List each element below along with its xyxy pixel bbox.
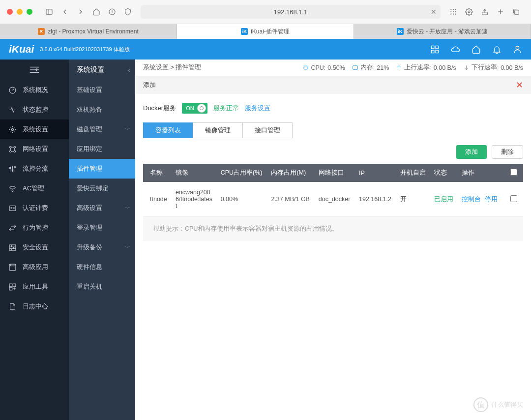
shield-icon[interactable]: [122, 6, 134, 18]
new-tab-icon[interactable]: [495, 6, 506, 18]
sidebar-item-wifi[interactable]: AC管理: [0, 179, 69, 198]
cell-ip: 192.168.1.2: [355, 182, 396, 217]
sidebar2-item[interactable]: 基础设置: [69, 80, 135, 100]
firewall-icon: [8, 243, 17, 252]
share-icon[interactable]: [479, 6, 491, 18]
pulse-icon: [8, 105, 17, 114]
docker-toggle[interactable]: ON: [182, 103, 207, 114]
window-controls[interactable]: [7, 9, 32, 15]
sidebar-item-swap[interactable]: 行为管控: [0, 218, 69, 238]
sidebar-item-sliders[interactable]: 流控分流: [0, 159, 69, 179]
delete-button[interactable]: 删除: [492, 145, 523, 159]
address-bar[interactable]: 192.168.1.1 ✕: [141, 5, 441, 19]
sidebar2-item-label: 双机热备: [77, 105, 102, 114]
sidebar-item-label: 安全设置: [23, 243, 48, 252]
sidebar-item-card[interactable]: 认证计费: [0, 198, 69, 218]
sidebar2-item[interactable]: 硬件信息: [69, 257, 135, 277]
sidebar2-item[interactable]: 插件管理: [69, 159, 135, 179]
sidebar2-item[interactable]: 磁盘管理﹀: [69, 120, 135, 139]
apps-icon[interactable]: [447, 6, 459, 18]
disable-link[interactable]: 停用: [485, 196, 498, 203]
sidebar-item-log[interactable]: 日志中心: [0, 297, 69, 316]
console-link[interactable]: 控制台: [462, 196, 481, 203]
collapse-menu-icon[interactable]: [0, 60, 69, 80]
watermark: 值 什么值得买: [473, 397, 523, 412]
sidebar2-item[interactable]: 登录管理: [69, 218, 135, 238]
svg-rect-17: [431, 46, 434, 49]
service-settings-link[interactable]: 服务设置: [245, 104, 270, 113]
browser-tab[interactable]: ✕zlgt - Proxmox Virtual Environment: [0, 24, 177, 39]
tab-label: 爱快云 - 开放应用 - 游戏云加速: [407, 28, 488, 36]
stat-memory: 内存: 21%: [352, 63, 389, 72]
clear-icon[interactable]: ✕: [431, 8, 437, 16]
row-checkbox[interactable]: [510, 195, 517, 202]
sidebar-item-pulse[interactable]: 状态监控: [0, 100, 69, 120]
sidebar-item-network[interactable]: 网络设置: [0, 139, 69, 159]
svg-point-8: [455, 11, 456, 12]
browser-tab[interactable]: iKiKuai-插件管理: [177, 24, 354, 39]
forward-icon[interactable]: [75, 6, 87, 18]
table-header: 镜像: [172, 164, 217, 182]
user-icon[interactable]: [512, 44, 522, 54]
svg-rect-19: [431, 50, 434, 53]
content-tab[interactable]: 接口管理: [242, 122, 293, 138]
svg-rect-49: [9, 244, 16, 250]
logo: iKuai: [9, 43, 34, 55]
sidebar-item-label: 网络设置: [23, 145, 48, 153]
sidebar2-item[interactable]: 双机热备: [69, 100, 135, 120]
svg-rect-60: [9, 287, 12, 290]
sidebar2-item[interactable]: 高级设置﹀: [69, 198, 135, 218]
apps-grid-icon[interactable]: [430, 44, 440, 54]
browser-tab[interactable]: iK爱快云 - 开放应用 - 游戏云加速: [354, 24, 531, 39]
cell-iface: doc_docker: [315, 182, 355, 217]
chevron-left-icon[interactable]: ‹: [128, 66, 130, 74]
cell-name: ttnode: [143, 182, 172, 217]
back-icon[interactable]: [59, 6, 71, 18]
table-header: 名称: [143, 164, 172, 182]
svg-rect-20: [436, 50, 439, 53]
svg-rect-0: [46, 9, 52, 15]
sidebar-item-tools[interactable]: 应用工具: [0, 277, 69, 297]
sidebar-item-app[interactable]: 高级应用: [0, 257, 69, 277]
bell-icon[interactable]: [492, 44, 502, 54]
sidebar2-item[interactable]: 重启关机: [69, 277, 135, 297]
sidebar-secondary: 系统设置 ‹ 基础设置双机热备磁盘管理﹀应用绑定插件管理爱快云绑定高级设置﹀登录…: [69, 60, 135, 420]
favicon-icon: ✕: [38, 28, 45, 35]
dashboard-icon: [8, 86, 17, 94]
tabs-icon[interactable]: [510, 6, 522, 18]
settings-icon[interactable]: [463, 6, 475, 18]
sidebar2-item-label: 升级备份: [77, 243, 102, 252]
breadcrumb-row: 系统设置 > 插件管理 CPU: 0.50% 内存: 21% 上行速率: 0.0…: [135, 60, 531, 76]
sidebar2-item-label: 爱快云绑定: [77, 184, 109, 193]
svg-point-57: [10, 265, 11, 265]
watermark-icon: 值: [473, 397, 488, 412]
add-button[interactable]: 添加: [456, 145, 487, 159]
content-tab[interactable]: 镜像管理: [193, 122, 243, 138]
sidebar2-item-label: 登录管理: [77, 223, 102, 232]
sidebar2-item[interactable]: 应用绑定: [69, 139, 135, 159]
sidebar2-title: 系统设置 ‹: [69, 60, 135, 80]
home-icon[interactable]: [90, 6, 102, 18]
cell-select: [506, 182, 523, 217]
svg-point-27: [11, 128, 13, 130]
sidebar2-item[interactable]: 爱快云绑定: [69, 179, 135, 198]
sidebar2-item[interactable]: 升级备份﹀: [69, 238, 135, 257]
sidebar-item-dashboard[interactable]: 系统概况: [0, 80, 69, 100]
cloud-icon[interactable]: [450, 44, 460, 54]
chevron-down-icon: ﹀: [125, 126, 130, 133]
select-all-checkbox[interactable]: [510, 169, 517, 176]
network-icon: [8, 145, 17, 153]
breadcrumb: 系统设置 > 插件管理: [143, 63, 201, 72]
sidebar-toggle-icon[interactable]: [43, 6, 55, 18]
svg-rect-18: [436, 46, 439, 49]
sidebar-item-gear[interactable]: 系统设置: [0, 120, 69, 139]
stat-download: 下行速率: 0.00 B/s: [463, 63, 523, 72]
content-tab[interactable]: 容器列表: [143, 122, 193, 138]
history-icon[interactable]: [106, 6, 118, 18]
cell-cpu: 0.00%: [217, 182, 267, 217]
sidebar-item-label: 系统设置: [23, 125, 48, 134]
home-nav-icon[interactable]: [471, 44, 481, 54]
sidebar-item-firewall[interactable]: 安全设置: [0, 238, 69, 257]
close-icon[interactable]: ✕: [516, 80, 523, 90]
svg-point-5: [455, 9, 456, 10]
